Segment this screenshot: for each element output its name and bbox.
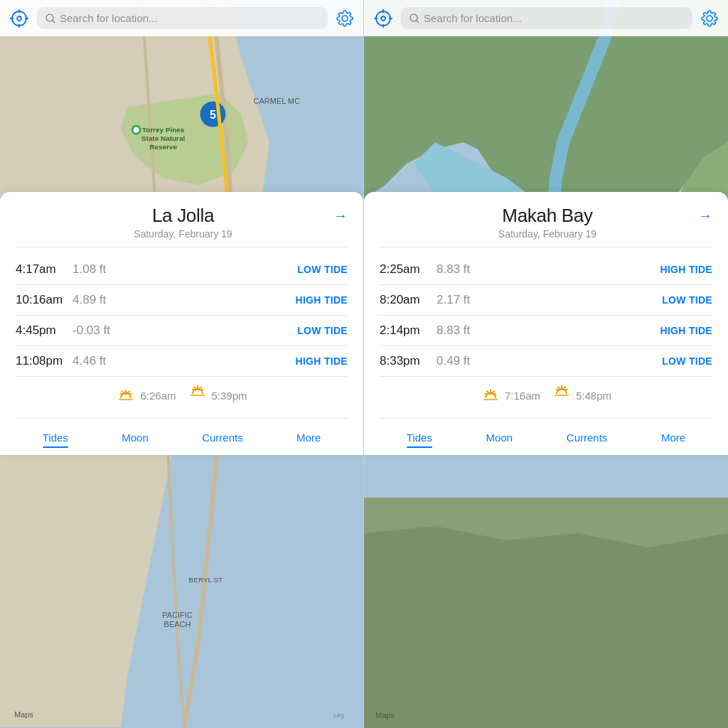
nav-moon-la-jolla[interactable]: Moon [113,429,157,446]
nav-tides-la-jolla[interactable]: Tides [34,429,77,446]
app-container: 5 S21 Torrey Pines State Natural Reserve… [0,0,728,728]
tide-time: 8:20am [380,293,437,307]
tide-height: 4.89 ft [73,293,296,307]
sunrise-time-la-jolla: 6:26am [140,390,176,402]
svg-text:Maps: Maps [14,710,33,719]
tide-time: 4:17am [16,262,73,277]
sunset-item-makah-bay: 5:48pm [552,385,611,405]
search-input-left[interactable]: Search for location... [37,7,328,29]
table-row: 4:45pm -0.03 ft LOW TIDE [16,316,348,346]
tide-label: HIGH TIDE [296,355,348,367]
tide-height: 0.49 ft [437,354,662,368]
nav-tides-makah-bay[interactable]: Tides [398,429,441,446]
svg-text:Leg: Leg [333,712,344,719]
svg-point-18 [17,16,21,21]
svg-line-47 [417,21,419,23]
arrow-button-la-jolla[interactable]: → [333,205,348,224]
search-placeholder-left: Search for location... [60,12,158,24]
nav-currents-la-jolla[interactable]: Currents [193,429,252,446]
svg-text:CARMEL MC: CARMEL MC [254,97,300,105]
svg-text:Torrey Pines: Torrey Pines [142,126,185,134]
arrow-button-makah-bay[interactable]: → [698,205,712,224]
svg-text:5: 5 [210,109,216,121]
sunrise-item-la-jolla: 6:26am [116,385,176,405]
divider-la-jolla-top [16,247,348,247]
tide-label: HIGH TIDE [296,294,348,306]
sunset-time-makah-bay: 5:48pm [576,390,611,402]
svg-text:Maps: Maps [375,711,395,719]
divider-la-jolla-bottom [16,418,348,419]
tide-height: 2.17 ft [437,293,662,307]
tide-height: 8.83 ft [437,323,660,338]
location-title-la-jolla: La Jolla [33,205,333,227]
card-header-makah-bay: Makah Bay Saturday, February 19 → [380,205,712,240]
svg-text:BEACH: BEACH [164,620,191,628]
search-bar-left: Search for location... [0,0,363,36]
tide-card-makah-bay: Makah Bay Saturday, February 19 → 2:25am… [364,192,728,455]
table-row: 4:17am 1.08 ft LOW TIDE [16,255,348,285]
tide-time: 10:16am [16,293,73,307]
svg-point-9 [134,127,139,133]
table-row: 2:25am 8.83 ft HIGH TIDE [380,255,712,285]
tide-height: -0.03 ft [73,323,297,338]
svg-point-40 [376,11,390,26]
settings-icon-left[interactable] [335,9,355,28]
divider-makah-bottom [380,418,712,419]
sunrise-icon-makah-bay [481,385,500,405]
sunset-time-la-jolla: 5:39pm [212,390,247,402]
card-header-la-jolla: La Jolla Saturday, February 19 → [16,205,348,240]
svg-line-24 [53,21,55,23]
svg-text:PACIFIC: PACIFIC [162,611,193,619]
location-date-makah-bay: Saturday, February 19 [397,228,698,240]
tide-label: LOW TIDE [297,264,348,275]
tide-label: LOW TIDE [662,355,712,367]
tide-label: LOW TIDE [297,325,348,336]
svg-point-41 [381,16,385,21]
tide-time: 2:25am [380,262,437,277]
bottom-nav-la-jolla: Tides Moon Currents More [16,426,348,455]
nav-more-makah-bay[interactable]: More [653,429,694,446]
svg-text:State Natural: State Natural [141,134,186,142]
panel-makah-bay: Maps Leg Search [364,0,728,728]
tide-label: LOW TIDE [662,294,712,306]
sun-row-makah-bay: 7:16am 5:48pm [380,377,712,411]
nav-more-la-jolla[interactable]: More [288,429,329,446]
search-input-right[interactable]: Search for location... [401,7,692,29]
tide-time: 8:33pm [380,354,437,368]
location-crosshair-icon-right[interactable] [373,8,394,29]
settings-icon-right[interactable] [700,9,719,28]
table-row: 11:08pm 4.46 ft HIGH TIDE [16,346,348,377]
svg-text:Reserve: Reserve [149,143,177,151]
table-row: 2:14pm 8.83 ft HIGH TIDE [380,316,712,346]
svg-text:BERYL ST: BERYL ST [189,576,223,584]
table-row: 8:20am 2.17 ft LOW TIDE [380,285,712,316]
sun-row-la-jolla: 6:26am 5:39pm [16,377,348,411]
tide-label: HIGH TIDE [660,264,712,275]
sunrise-item-makah-bay: 7:16am [481,385,540,405]
sunrise-icon-la-jolla [116,385,136,405]
nav-moon-makah-bay[interactable]: Moon [478,429,522,446]
nav-currents-makah-bay[interactable]: Currents [558,429,616,446]
tide-time: 4:45pm [16,323,73,338]
tide-time: 2:14pm [380,323,437,338]
location-crosshair-icon-left[interactable] [9,8,30,29]
sunset-icon-makah-bay [552,385,572,405]
tide-card-la-jolla: La Jolla Saturday, February 19 → 4:17am … [0,192,363,455]
tide-height: 8.83 ft [437,262,660,277]
search-placeholder-right: Search for location... [424,12,522,24]
divider-makah-top [380,247,712,247]
svg-point-17 [12,11,26,26]
table-row: 10:16am 4.89 ft HIGH TIDE [16,285,348,316]
search-icon-right [410,14,419,23]
card-title-wrap-la-jolla: La Jolla Saturday, February 19 [33,205,333,240]
tide-height: 1.08 ft [73,262,297,277]
sunset-item-la-jolla: 5:39pm [188,385,247,405]
sunrise-time-makah-bay: 7:16am [505,390,540,402]
location-date-la-jolla: Saturday, February 19 [33,228,333,240]
tide-time: 11:08pm [16,354,73,368]
panel-la-jolla: 5 S21 Torrey Pines State Natural Reserve… [0,0,364,728]
tide-label: HIGH TIDE [660,325,712,336]
bottom-nav-makah-bay: Tides Moon Currents More [380,426,712,455]
table-row: 8:33pm 0.49 ft LOW TIDE [380,346,712,377]
tide-height: 4.46 ft [73,354,296,368]
